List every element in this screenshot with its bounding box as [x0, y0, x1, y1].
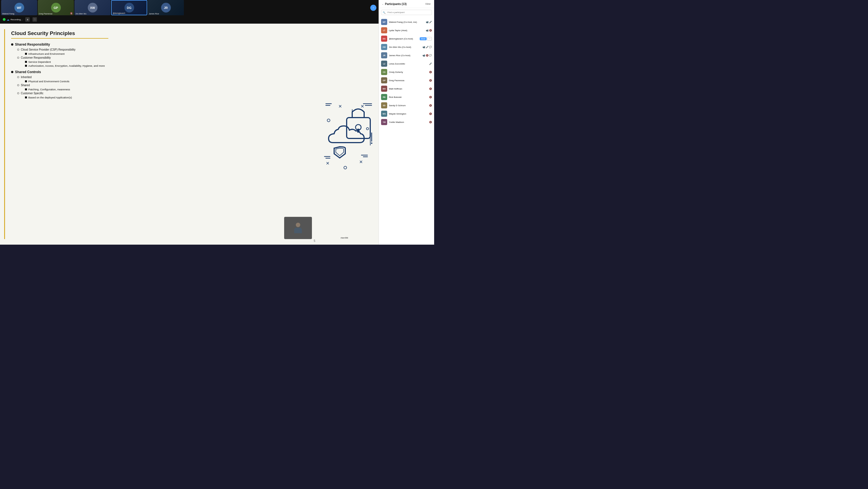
- bullet-dot-1: [11, 71, 13, 73]
- list-item[interactable]: LZ Leisa Zuccolotto 🎤: [379, 59, 434, 68]
- participant-thumb-greg[interactable]: GP Greg Paonessa 🔇: [38, 0, 74, 15]
- stop-button[interactable]: ⬛: [32, 17, 37, 22]
- cloud-security-illustration: ✕ ✕: [317, 24, 379, 244]
- participant-icons-2: Mute ···: [420, 37, 432, 40]
- participant-avatar-2: DG: [381, 36, 387, 42]
- participant-icons-1: 📹🔇: [426, 29, 432, 32]
- bullet-square-0-1-0: [25, 61, 27, 63]
- recording-dot: [3, 18, 5, 21]
- video-icon-4: 📹: [423, 54, 425, 57]
- participant-name-10: Sandy D Schrum: [389, 104, 428, 107]
- participant-icons-10: 🔇: [429, 104, 432, 107]
- thumb-avatar-greg: GP: [51, 3, 61, 12]
- bullet-l2-0-1: Customer Responsibility: [17, 56, 309, 59]
- list-item[interactable]: CD Cindy Doherty 🔇: [379, 68, 434, 76]
- bullet-circle-1-1: [17, 84, 19, 86]
- bullet-l2-1-1: Shared: [17, 84, 309, 87]
- more-options-button-2[interactable]: ···: [427, 37, 432, 40]
- panel-title: Participants (13): [385, 2, 407, 5]
- slide-title: Cloud Security Principles: [8, 30, 309, 36]
- participant-avatar-6: CD: [381, 69, 387, 75]
- search-icon: 🔍: [383, 11, 385, 13]
- list-item[interactable]: WS Wayde Simington 🔇: [379, 110, 434, 118]
- video-icon-0: 📹: [426, 21, 429, 23]
- participant-search-box: 🔍: [381, 10, 432, 15]
- bullet-l3-0-1-0: Service Dependent: [25, 60, 309, 63]
- next-participant-button[interactable]: ›: [370, 5, 376, 11]
- svg-point-7: [366, 127, 369, 130]
- list-item[interactable]: RB Rick Bukoski 🔇: [379, 93, 434, 101]
- bullet-l3-text-0-1-0: Service Dependent: [28, 60, 51, 63]
- participant-name-6: Cindy Doherty: [389, 71, 428, 74]
- bullet-section-1: Shared Controls: [11, 70, 309, 74]
- participant-name-4: James Rice (Co-host): [389, 54, 421, 57]
- list-item[interactable]: DG @domglavach (Co-host) Mute ···: [379, 34, 434, 43]
- search-input[interactable]: [381, 10, 432, 15]
- mic-icon-7: 🔇: [429, 79, 432, 82]
- bullet-l3-text-0-0-0: Infrastructure and Environment: [28, 52, 64, 55]
- list-item[interactable]: SD Sandy D Schrum 🔇: [379, 101, 434, 110]
- thumb-name-greg: Greg Paonessa: [39, 13, 53, 15]
- participant-icons-6: 🔇: [429, 71, 432, 74]
- slide-number: 5: [314, 239, 315, 242]
- participants-panel: ⌄ Participants (13) View 🔍 WF Waleed Far…: [379, 0, 434, 244]
- participant-name-7: Greg Paonessa: [389, 79, 428, 82]
- mute-button-2[interactable]: Mute: [420, 37, 427, 40]
- participant-icons-8: 🔇: [429, 88, 432, 90]
- bullet-circle-1-2: [17, 92, 19, 94]
- speaker-video-pip: [284, 217, 312, 239]
- participant-strip: WF Waleed Farag GP Greg Paonessa 🔇 XW Xi…: [0, 0, 379, 15]
- participant-avatar-0: WF: [381, 19, 387, 25]
- bullet-l2-1-0: Inherited: [17, 76, 309, 79]
- list-item[interactable]: LT Lydia Taylor (Host) 📹🔇: [379, 26, 434, 34]
- participant-icons-3: 📹🎤💬: [423, 46, 432, 48]
- thumb-name-waleed: Waleed Farag: [2, 13, 14, 15]
- list-item[interactable]: WF Waleed Farag (Co-host, me) 📹🎤: [379, 18, 434, 26]
- mic-icon-8: 🔇: [429, 88, 432, 90]
- bullet-l3-1-0-0: Physical and Environment Controls: [25, 80, 309, 83]
- svg-point-11: [371, 142, 372, 144]
- participant-icons-12: 🔇: [429, 121, 432, 123]
- bullet-l3-text-1-0-0: Physical and Environment Controls: [28, 80, 69, 83]
- cloud-lock-svg: ✕ ✕: [320, 90, 376, 179]
- list-item[interactable]: XW Xin-Wen Wu (Co-host) 📹🎤💬: [379, 43, 434, 51]
- panel-header: ⌄ Participants (13) View: [379, 0, 434, 8]
- participant-avatar-1: LT: [381, 27, 387, 33]
- slide-content: Cloud Security Principles Shared Respons…: [0, 24, 317, 244]
- bullet-list: Shared ResponsibilityCloud Service Provi…: [8, 42, 309, 99]
- participant-thumb-james[interactable]: JR James Rice: [148, 0, 184, 15]
- svg-point-21: [344, 166, 347, 169]
- view-options-button[interactable]: View: [425, 2, 431, 5]
- svg-text:✕: ✕: [338, 104, 342, 109]
- bullet-l2-text-0-1: Customer Responsibility: [21, 56, 51, 59]
- participant-name-12: Yvette Madison: [389, 121, 428, 123]
- list-item[interactable]: JR James Rice (Co-host) 📹🔇💬: [379, 51, 434, 59]
- thumb-avatar-dom: DG: [124, 3, 134, 12]
- thumb-avatar-james: JR: [161, 3, 171, 12]
- video-icon-1: 📹: [426, 29, 429, 32]
- list-item[interactable]: YM Yvette Madison 🔇: [379, 118, 434, 126]
- participant-avatar-9: RB: [381, 94, 387, 100]
- thumb-name-dom: @domglavach: [113, 12, 125, 14]
- list-item[interactable]: MH Matt Hoffman 🔇: [379, 85, 434, 93]
- chevron-down-icon: ⌄: [382, 2, 384, 5]
- participant-icons-4: 📹🔇💬: [423, 54, 432, 57]
- bullet-l2-1-2: Customer Specific: [17, 92, 309, 95]
- mic-icon-10: 🔇: [429, 104, 432, 107]
- participant-thumb-dom[interactable]: DG @domglavach: [111, 0, 147, 15]
- thumb-avatar-xinwen: XW: [88, 3, 97, 12]
- participant-name-9: Rick Bukoski: [389, 96, 428, 98]
- bullet-l2-text-1-2: Customer Specific: [21, 92, 43, 95]
- participant-thumb-waleed[interactable]: WF Waleed Farag: [1, 0, 37, 15]
- participant-thumb-xinwen[interactable]: XW Xin-Wen Wu: [74, 0, 111, 15]
- mic-icon-9: 🔇: [429, 96, 432, 98]
- pause-button[interactable]: ⏸: [25, 17, 30, 22]
- svg-point-6: [327, 119, 330, 122]
- main-area: WF Waleed Farag GP Greg Paonessa 🔇 XW Xi…: [0, 0, 379, 244]
- list-item[interactable]: GP Greg Paonessa 🔇: [379, 76, 434, 85]
- participant-icons-7: 🔇: [429, 79, 432, 82]
- bullet-circle-0-0: [17, 49, 19, 51]
- watermark-text: rberSN: [341, 237, 348, 239]
- participant-avatar-4: JR: [381, 52, 387, 58]
- bullet-square-1-0-0: [25, 80, 27, 82]
